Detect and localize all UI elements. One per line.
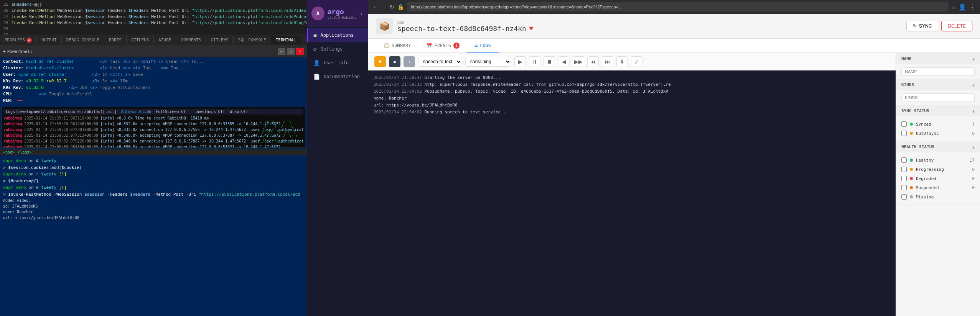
- log-action-btn-5[interactable]: ▶▶: [573, 56, 584, 67]
- sync-synced-checkbox[interactable]: [901, 121, 907, 127]
- health-progressing-checkbox[interactable]: [901, 167, 907, 172]
- kinds-section-header[interactable]: KINDS ▲: [896, 79, 980, 90]
- term-output-2: id: JFALdht8xR8: [3, 203, 304, 209]
- ps-close-btn[interactable]: ✕: [296, 48, 304, 55]
- health-healthy-dot: [910, 159, 913, 162]
- ps-add-btn[interactable]: +: [3, 49, 6, 54]
- sync-synced-count: 7: [972, 122, 975, 127]
- app-log-2: 2025/01/14 21:59:32 http: superfluous re…: [374, 81, 890, 88]
- browser-bookmark-icon[interactable]: ☆: [952, 3, 955, 11]
- sidebar-item-documentation[interactable]: 📄 Documentation: [307, 70, 368, 84]
- name-filter-input[interactable]: [901, 67, 975, 76]
- sync-button[interactable]: ↻ SYNC: [906, 21, 938, 31]
- sync-synced-dot: [910, 123, 913, 126]
- tab-debug-console[interactable]: DEBUG CONSOLE: [62, 36, 104, 44]
- tab-azure[interactable]: AZURE: [154, 36, 176, 44]
- tab-output[interactable]: OUTPUT: [37, 36, 62, 44]
- log-download-btn[interactable]: ⬇: [616, 56, 628, 67]
- term-prompt-1: dapr-demo on ♎ tweety: [3, 157, 304, 164]
- sync-outofsync-checkbox[interactable]: [901, 131, 907, 136]
- tab-events[interactable]: 📅 EVENTS 1: [419, 39, 467, 53]
- left-panel: 25 $Headers=@{} 26 Invoke-RestMethod Web…: [0, 0, 307, 316]
- sidebar-nav: ⊞ Applications ⚙ Settings 👤 User Info 📄 …: [307, 27, 368, 316]
- health-missing-dot: [910, 195, 913, 198]
- name-section-header[interactable]: NAME ▲: [896, 53, 980, 64]
- sync-status-chevron-icon: ▲: [972, 109, 975, 113]
- browser-account-icon[interactable]: 👤: [959, 3, 966, 11]
- ps-maximize-btn[interactable]: □: [287, 48, 295, 55]
- sidebar-item-applications-label: Applications: [320, 33, 354, 38]
- log-action-btn-2[interactable]: ⏸: [529, 56, 540, 67]
- log-filter-select[interactable]: containing: [465, 57, 511, 67]
- browser-forward-btn[interactable]: →: [381, 4, 387, 10]
- sync-outofsync-dot: [910, 132, 913, 135]
- sidebar-item-settings[interactable]: ⚙ Settings: [307, 42, 368, 56]
- tab-summary[interactable]: 📋 SUMMARY: [376, 39, 419, 53]
- sync-label: SYNC: [919, 23, 932, 29]
- logs-context: Logs(development/rabbitmqeruuu-0:rabbitm…: [6, 110, 117, 114]
- sidebar-collapse-btn[interactable]: ‹: [359, 10, 363, 17]
- sidebar-item-applications[interactable]: ⊞ Applications: [307, 28, 368, 42]
- tab-terminal[interactable]: TERMINAL: [271, 36, 301, 44]
- term-output-4: url: https://youtu.be/JFALdht8xR8: [3, 215, 304, 221]
- ps-cluster-line: Cluster: kind-ds-ref-cluster <1> head <a…: [3, 65, 304, 71]
- log-action-btn-6[interactable]: ⏮: [587, 56, 599, 67]
- log-source-select[interactable]: speech-to-text: [418, 57, 462, 67]
- delete-button[interactable]: DELETE: [941, 21, 972, 31]
- tab-logs[interactable]: ≡ LOGS: [467, 39, 499, 53]
- app-log-4: name: Rancher: [374, 95, 890, 102]
- health-suspended-row: Suspended 0: [901, 183, 975, 192]
- log-prev-btn[interactable]: ‹: [404, 56, 415, 67]
- health-suspended-checkbox[interactable]: [901, 185, 907, 190]
- app-log-1: 2025/01/14 21:58:37 Starting the server …: [374, 74, 890, 81]
- tab-ports[interactable]: PORTS: [104, 36, 127, 44]
- health-status-section: HEALTH STATUS ▲ Healthy 17 Progressing: [896, 141, 980, 205]
- log-play-btn[interactable]: ▼: [374, 56, 386, 67]
- applications-icon: ⊞: [313, 32, 316, 38]
- logs-pod-btn[interactable]: <pod>: [3, 150, 15, 154]
- health-missing-checkbox[interactable]: [901, 194, 907, 200]
- argo-version: v2.9.3+6eba5be: [328, 16, 357, 20]
- sync-status-header[interactable]: SYNC STATUS ▲: [896, 105, 980, 116]
- tab-problems[interactable]: PROBLEMS4: [0, 36, 37, 44]
- logs-autoscroll: AutoScroll:On: [121, 110, 151, 114]
- log-action-btn-3[interactable]: ⏹: [544, 56, 555, 67]
- tab-comments[interactable]: COMMENTS: [176, 36, 206, 44]
- health-progressing-dot: [910, 168, 913, 171]
- term-output-1: Added video:: [3, 198, 304, 203]
- log-pause-btn[interactable]: ●: [389, 56, 400, 67]
- argo-brand-block: argo v2.9.3+6eba5be: [328, 8, 357, 20]
- main-content-area: ▼ ● ‹ speech-to-text containing ▶ ⏸ ⏹ ◀ …: [368, 53, 980, 316]
- browser-back-btn[interactable]: ←: [373, 4, 378, 10]
- code-line-25: 25 $Headers=@{}: [0, 2, 307, 8]
- log-action-btn-1[interactable]: ▶: [514, 56, 526, 67]
- term-cmd-2: > $Headers=@{}: [3, 178, 304, 184]
- tab-gitlens2[interactable]: GITLENS: [206, 36, 233, 44]
- health-degraded-label: Degraded: [916, 176, 969, 181]
- sync-status-section: SYNC STATUS ▲ Synced 7 OutOfSync 0: [896, 105, 980, 141]
- ps-logs-header: Logs(development/rabbitmqeruuu-0:rabbitm…: [3, 109, 303, 115]
- sidebar-item-user-info[interactable]: 👤 User Info: [307, 56, 368, 70]
- kinds-filter-input[interactable]: [901, 93, 975, 102]
- term-prompt-2: dapr-demo on ♎ tweety [!]: [3, 171, 304, 178]
- logs-fullscreen: FullScreen:Off: [156, 110, 188, 114]
- logs-logs-btn[interactable]: <logs>: [18, 150, 31, 154]
- log-action-btn-4[interactable]: ◀: [558, 56, 570, 67]
- tab-gitlens[interactable]: GITLENS: [127, 36, 154, 44]
- tab-sql-console[interactable]: SQL CONSOLE: [234, 36, 271, 44]
- right-sidebar: NAME ▲ KINDS ▲ SYNC ST: [896, 53, 980, 316]
- browser-refresh-btn[interactable]: ↻: [390, 4, 394, 10]
- app-actions: ↻ SYNC DELETE: [906, 21, 972, 31]
- health-status-header[interactable]: HEALTH STATUS ▲: [896, 141, 980, 152]
- kinds-section-body: [896, 90, 980, 105]
- ps-minimize-btn[interactable]: −: [278, 48, 285, 55]
- log-fullscreen-btn[interactable]: ⤢: [631, 56, 642, 67]
- health-degraded-checkbox[interactable]: [901, 176, 907, 181]
- health-healthy-checkbox[interactable]: [901, 157, 907, 163]
- browser-settings-icon[interactable]: ⋮: [969, 3, 975, 11]
- browser-url-input[interactable]: [407, 2, 949, 11]
- app-log-6: 2025/01/14 22:04:02 Running speech to te…: [374, 109, 890, 116]
- log-action-btn-7[interactable]: ⏭: [602, 56, 613, 67]
- ps-mem-line: MEM: ──: [3, 97, 304, 104]
- browser-bar: ← → ↻ 🔒 ☆ 👤 ⋮: [368, 0, 980, 14]
